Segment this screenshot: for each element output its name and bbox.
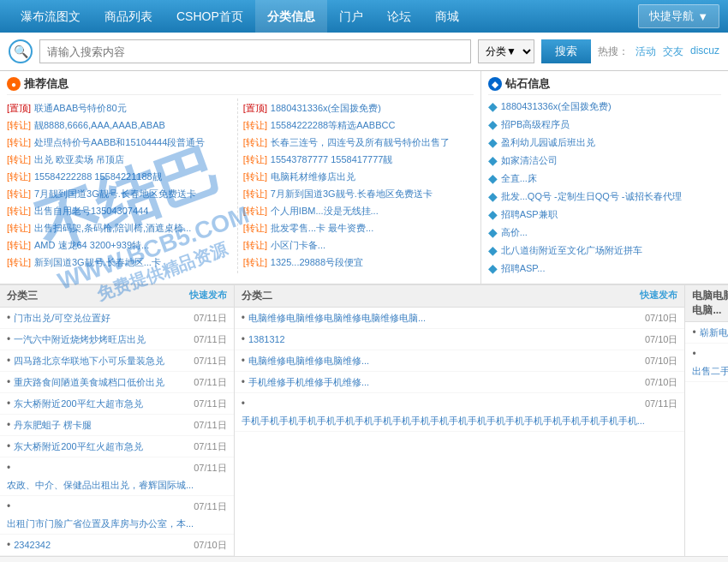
recommended-title: 推荐信息 (24, 76, 69, 92)
col-2-title: 分类二 (242, 289, 272, 303)
col-3-title: 电脑电脑电脑电脑... (692, 289, 728, 318)
listing-col-2: 分类二 快速发布 •电脑维修电脑维修电脑维修电脑维修电脑... 07/10日 •… (235, 285, 686, 556)
list-item: ◆ 批发...QQ号 -定制生日QQ号 -诚招长春代理 (488, 188, 721, 204)
list-item: [转让] 15543787777 1558417777靓 (243, 152, 474, 167)
list-item: [转让] 出售自用老号13504307444 (7, 203, 237, 218)
recommended-left: [置顶] 联通ABAB号特价80元 [转让] 靓8888,6666,AAA,AA… (7, 99, 237, 273)
list-item: [转让] 处理点特价号AABB和15104444段普通号 (7, 135, 237, 150)
list-item: ◆ 北八道街附近至文化广场附近拼车 (488, 242, 721, 258)
list-item: [转让] 出售扫码架,条码枪,陪训椅,酒遮桌椅... (7, 220, 237, 236)
list-item: [置顶] 联通ABAB号特价80元 (7, 100, 237, 116)
list-item: [转让] 靓8888,6666,AAA,AAAB,ABAB (7, 117, 237, 133)
hot-link-activity[interactable]: 活动 (636, 45, 656, 59)
list-item: [转让] 7月新到国道3G靓号.长春地区免费送卡 (243, 186, 474, 201)
table-row: •1381312 07/10日 (235, 329, 685, 350)
recommended-panel: ● 推荐信息 [置顶] 联通ABAB号特价80元 [转让] 靓8888,6666… (0, 71, 481, 284)
search-bar: 🔍 分类▼ 搜索 热搜： 活动 交友 discuz (0, 33, 728, 71)
table-row: •手机手机手机手机手机手机手机手机手机手机手机手机手机手机手机手机手机手机手机手… (235, 393, 685, 432)
col-1-title: 分类三 (7, 289, 38, 303)
nav-item-portal[interactable]: 门户 (327, 0, 375, 33)
hot-link-discuz[interactable]: discuz (690, 45, 719, 59)
list-item: [转让] 1325...29888号段便宜 (243, 254, 474, 270)
search-button[interactable]: 搜索 (541, 39, 591, 63)
hot-link-friends[interactable]: 交友 (663, 45, 683, 59)
diamond-icon: ◆ (488, 77, 502, 91)
table-row: •一汽六中附近烧烤炒烤旺店出兑 07/11日 (0, 329, 234, 350)
list-item: [转让] 电脑耗材维修店出兑 (243, 169, 474, 184)
table-row: •东大桥附近200平红火超市急兑 07/11日 (0, 436, 234, 457)
listing-col-3: 电脑电脑电脑电脑... 快速发布 •崭新电脑 07/10日 •出售二手电脑 07… (685, 285, 728, 556)
list-item: [转让] 出兑 欧亚卖场 吊顶店 (7, 152, 237, 167)
list-item: ◆ 全直...床 (488, 170, 721, 186)
table-row: •手机维修手机维修手机维修... 07/10日 (235, 372, 685, 393)
category-select[interactable]: 分类▼ (478, 39, 534, 63)
list-item: [转让] AMD 速龙64 3200+939特... (7, 237, 237, 253)
col-2-header: 分类二 快速发布 (235, 285, 685, 308)
list-item: ◆ 招PB高级程序员 (488, 117, 721, 132)
table-row: •2342342 07/10日 (0, 535, 234, 556)
quick-nav-button[interactable]: 快捷导航 ▼ (638, 4, 719, 28)
diamond-header: ◆ 钻石信息 (488, 76, 721, 95)
diamond-title: 钻石信息 (505, 76, 550, 92)
nav-item-cshop[interactable]: CSHOP首页 (164, 0, 255, 33)
table-row: •四马路北京华联地下小可乐量装急兑 07/11日 (0, 350, 234, 372)
table-row: •崭新电脑 07/10日 (685, 322, 728, 344)
recommended-icon: ● (7, 77, 21, 91)
main-content: ● 推荐信息 [置顶] 联通ABAB号特价80元 [转让] 靓8888,6666… (0, 71, 728, 556)
recommended-header: ● 推荐信息 (7, 76, 474, 95)
list-item: ◆ 如家清洁公司 (488, 152, 721, 168)
list-item: ◆ 招聘ASP兼职 (488, 206, 721, 222)
table-row: •丹东肥蛆子 楞卡腿 07/11日 (0, 415, 234, 436)
table-row: •出租门市门脸广省位置及库房与办公室，本... 07/11日 (0, 496, 234, 535)
listing-section: 分类三 快速发布 •门市出兑/可空兑位置好 07/11日 •一汽六中附近烧烤炒烤… (0, 284, 728, 556)
listing-columns: 分类三 快速发布 •门市出兑/可空兑位置好 07/11日 •一汽六中附近烧烤炒烤… (0, 285, 728, 556)
list-item: [转让] 新到国道3G靓号.长春地区...卡 (7, 254, 237, 270)
table-row: •农政、中介、保健品出租出兑，睿辉国际城... 07/11日 (0, 457, 234, 496)
hot-links: 活动 交友 discuz (636, 45, 719, 59)
table-row: •门市出兑/可空兑位置好 07/11日 (0, 308, 234, 329)
list-item: ◆ 盈利幼儿园诚后班出兑 (488, 135, 721, 150)
nav-item-waterfall[interactable]: 瀑布流图文 (9, 0, 92, 33)
col-2-sub: 快速发布 (640, 289, 677, 303)
listing-col-1: 分类三 快速发布 •门市出兑/可空兑位置好 07/11日 •一汽六中附近烧烤炒烤… (0, 285, 235, 556)
col-1-header: 分类三 快速发布 (0, 285, 234, 308)
table-row: •电脑维修电脑维修电脑维修电脑维修电脑... 07/10日 (235, 308, 685, 329)
col-1-sub: 快速发布 (189, 289, 227, 303)
list-item: [转让] 长春三连号，四连号及所有靓号特价出售了 (243, 135, 474, 150)
nav-items: 瀑布流图文 商品列表 CSHOP首页 分类信息 门户 论坛 商城 (9, 0, 638, 33)
list-item: [转让] 15584222288等精选AABBCC (243, 117, 474, 133)
top-nav: 瀑布流图文 商品列表 CSHOP首页 分类信息 门户 论坛 商城 快捷导航 ▼ (0, 0, 728, 33)
nav-item-shop[interactable]: 商城 (423, 0, 471, 33)
table-row: •电脑维修电脑维修电脑维修... 07/10日 (235, 350, 685, 372)
list-item: ◆ 1880431336x(全国拨免费) (488, 99, 721, 114)
disclaimer: 声明：山寨中国息交流平台，交易者请注意分辨真假。 (0, 556, 728, 562)
list-item: ◆ 招聘ASP... (488, 260, 721, 276)
list-item: [转让] 15584222288 15584221188靓 (7, 169, 237, 184)
recommended-content: [置顶] 联通ABAB号特价80元 [转让] 靓8888,6666,AAA,AA… (7, 99, 474, 273)
list-item: [置顶] 1880431336x(全国拨免费) (243, 100, 474, 116)
info-panels: ● 推荐信息 [置顶] 联通ABAB号特价80元 [转让] 靓8888,6666… (0, 71, 728, 284)
nav-item-category[interactable]: 分类信息 (255, 0, 327, 33)
list-item: [转让] 7月靓到国道3G靓号.长春地区免费送卡 (7, 186, 237, 201)
table-row: •重庆路食间陋道美食城档口低价出兑 07/11日 (0, 372, 234, 393)
search-icon: 🔍 (9, 39, 33, 63)
nav-item-products[interactable]: 商品列表 (92, 0, 164, 33)
diamond-panel: ◆ 钻石信息 ◆ 1880431336x(全国拨免费) ◆ 招PB高级程序员 ◆… (481, 71, 728, 284)
search-input[interactable] (39, 39, 471, 63)
recommended-right: [置顶] 1880431336x(全国拨免费) [转让] 15584222288… (237, 99, 474, 273)
hot-label: 热搜： (598, 45, 629, 59)
nav-item-forum[interactable]: 论坛 (375, 0, 423, 33)
table-row: •东大桥附近200平红大超市急兑 07/11日 (0, 393, 234, 415)
list-item: [转让] 个人用IBM...没是无线挂... (243, 203, 474, 218)
list-item: ◆ 高价... (488, 224, 721, 240)
list-item: [转让] 小区门卡备... (243, 237, 474, 253)
table-row: •出售二手电脑 07/10日 (685, 344, 728, 382)
col-3-header: 电脑电脑电脑电脑... 快速发布 (685, 285, 728, 322)
list-item: [转让] 批发零售...卡 最牛资费... (243, 220, 474, 236)
